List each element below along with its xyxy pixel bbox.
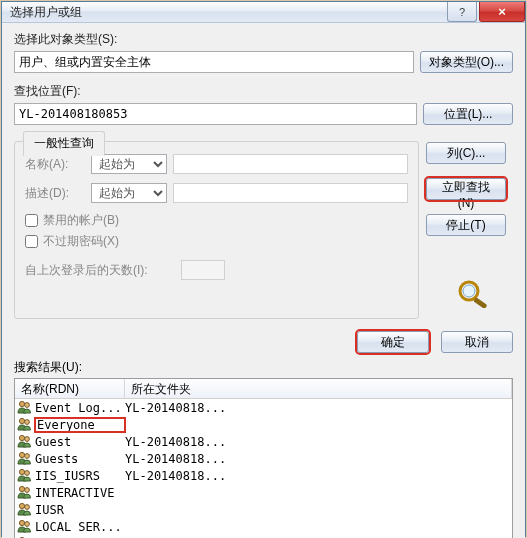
principal-icon [17,502,35,517]
table-row[interactable]: IUSR [15,501,512,518]
svg-point-4 [25,403,30,408]
principal-icon [17,468,35,483]
disabled-accounts-label: 禁用的帐户(B) [43,212,119,229]
table-row[interactable]: GuestYL-20140818... [15,433,512,450]
name-input[interactable] [173,154,408,174]
svg-point-8 [25,437,30,442]
dialog-content: 选择此对象类型(S): 对象类型(O)... 查找位置(F): 位置(L)...… [2,23,525,538]
days-since-logon-input[interactable] [181,260,225,280]
svg-point-15 [19,503,24,508]
results-header: 名称(RDN) 所在文件夹 [15,379,512,399]
titlebar[interactable]: 选择用户或组 ? × [2,2,525,23]
svg-point-13 [19,486,24,491]
svg-point-5 [19,418,24,423]
results-listview[interactable]: 名称(RDN) 所在文件夹 Event Log...YL-20140818...… [14,378,513,538]
ok-button[interactable]: 确定 [357,331,429,353]
result-folder: YL-20140818... [125,435,512,449]
cancel-button[interactable]: 取消 [441,331,513,353]
result-name: Everyone [35,418,125,432]
never-expire-checkbox[interactable] [25,235,38,248]
column-header-name[interactable]: 名称(RDN) [15,379,125,398]
svg-point-12 [25,471,30,476]
results-body[interactable]: Event Log...YL-20140818...EveryoneGuestY… [15,399,512,538]
principal-icon [17,400,35,415]
principal-icon [17,417,35,432]
table-row[interactable]: LOCAL SER... [15,518,512,535]
find-now-button[interactable]: 立即查找(N) [426,178,506,200]
result-folder: YL-20140818... [125,452,512,466]
result-name: LOCAL SER... [35,520,125,534]
result-name: Event Log... [35,401,125,415]
close-button[interactable]: × [479,2,525,22]
svg-point-7 [19,435,24,440]
principal-icon [17,519,35,534]
table-row[interactable]: IIS_IUSRSYL-20140818... [15,467,512,484]
locations-button[interactable]: 位置(L)... [423,103,513,125]
stop-button[interactable]: 停止(T) [426,214,506,236]
svg-point-1 [463,285,475,297]
svg-point-11 [19,469,24,474]
columns-button[interactable]: 列(C)... [426,142,506,164]
help-button[interactable]: ? [447,2,477,22]
location-label: 查找位置(F): [14,83,513,100]
result-name: INTERACTIVE [35,486,125,500]
right-button-column: 列(C)... 立即查找(N) 停止(T) [426,142,506,236]
result-name: Guests [35,452,125,466]
principal-icon [17,434,35,449]
result-name: IUSR [35,503,125,517]
tab-common-queries[interactable]: 一般性查询 [23,131,105,156]
svg-point-3 [19,401,24,406]
svg-point-16 [25,505,30,510]
svg-point-14 [25,488,30,493]
table-row[interactable]: Everyone [15,416,512,433]
table-row[interactable]: INTERACTIVE [15,484,512,501]
object-types-button[interactable]: 对象类型(O)... [420,51,513,73]
object-type-field[interactable] [14,51,414,73]
table-row[interactable]: GuestsYL-20140818... [15,450,512,467]
principal-icon [17,485,35,500]
name-label: 名称(A): [25,156,85,173]
dialog-window: 选择用户或组 ? × 选择此对象类型(S): 对象类型(O)... 查找位置(F… [1,1,526,537]
result-folder: YL-20140818... [125,401,512,415]
window-title: 选择用户或组 [10,4,445,21]
svg-point-17 [19,520,24,525]
result-name: IIS_IUSRS [35,469,125,483]
result-name: Guest [35,435,125,449]
column-header-folder[interactable]: 所在文件夹 [125,379,512,398]
svg-point-9 [19,452,24,457]
magnifier-icon [452,278,496,308]
location-field[interactable] [14,103,417,125]
principal-icon [17,451,35,466]
never-expire-label: 不过期密码(X) [43,233,119,250]
desc-input[interactable] [173,183,408,203]
svg-point-18 [25,522,30,527]
name-mode-select[interactable]: 起始为 [91,154,167,174]
result-folder: YL-20140818... [125,469,512,483]
desc-label: 描述(D): [25,185,85,202]
svg-rect-2 [473,297,487,308]
query-groupbox: 一般性查询 名称(A): 起始为 描述(D): 起始为 禁用的帐户( [14,141,419,319]
days-since-logon-label: 自上次登录后的天数(I): [25,262,175,279]
table-row[interactable]: Event Log...YL-20140818... [15,399,512,416]
results-label: 搜索结果(U): [14,359,513,376]
desc-mode-select[interactable]: 起始为 [91,183,167,203]
disabled-accounts-checkbox[interactable] [25,214,38,227]
svg-point-10 [25,454,30,459]
object-type-label: 选择此对象类型(S): [14,31,513,48]
svg-point-6 [25,420,30,425]
